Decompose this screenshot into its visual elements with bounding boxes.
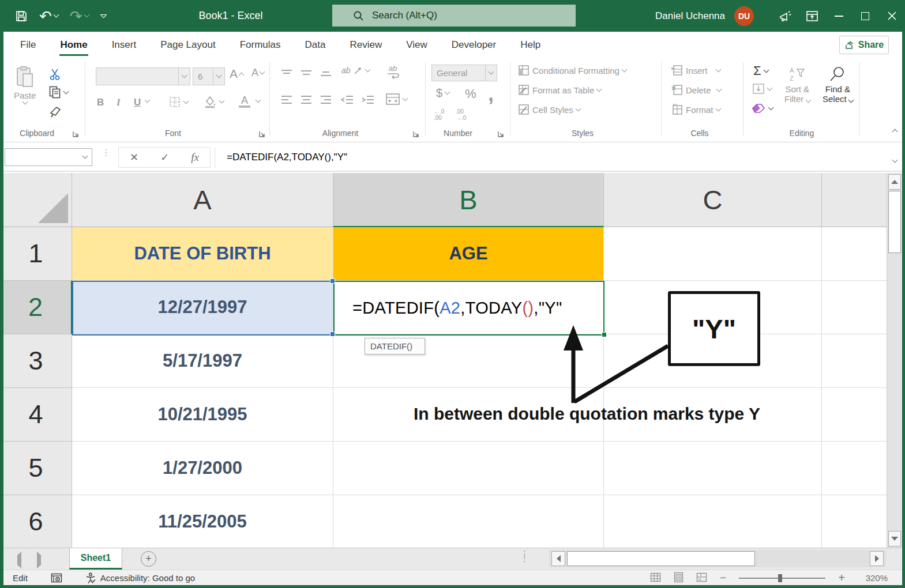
- format-painter-button[interactable]: [48, 105, 62, 119]
- fill-color-button[interactable]: [203, 95, 224, 108]
- next-sheet-button[interactable]: [37, 555, 41, 566]
- fill-button[interactable]: [752, 83, 772, 95]
- number-dialog-launcher[interactable]: [497, 130, 505, 138]
- font-name-combobox[interactable]: [96, 67, 190, 85]
- row-header-3[interactable]: 3: [0, 334, 72, 388]
- cell-D5[interactable]: [822, 442, 887, 495]
- clear-button[interactable]: [752, 103, 773, 114]
- zoom-slider[interactable]: [739, 578, 825, 579]
- cancel-entry-button[interactable]: ✕: [130, 151, 138, 164]
- increase-font-size-button[interactable]: A: [230, 67, 243, 81]
- column-header-A[interactable]: A: [72, 173, 333, 227]
- scroll-left-button[interactable]: [551, 551, 565, 566]
- collapse-ribbon-button[interactable]: [893, 126, 897, 136]
- alignment-dialog-launcher[interactable]: [412, 130, 420, 138]
- merge-center-button[interactable]: [385, 92, 407, 106]
- comma-style-button[interactable]: ,: [488, 82, 494, 106]
- scroll-down-button[interactable]: [888, 531, 901, 546]
- cell-D6[interactable]: [822, 495, 887, 548]
- accessibility-status[interactable]: Accessibility: Good to go: [85, 572, 195, 584]
- fill-handle[interactable]: [602, 332, 607, 337]
- macro-record-button[interactable]: [51, 573, 62, 583]
- new-sheet-button[interactable]: +: [141, 551, 156, 567]
- zoom-slider-thumb[interactable]: [778, 574, 782, 582]
- name-box[interactable]: [5, 148, 92, 166]
- italic-button[interactable]: I: [117, 97, 121, 108]
- page-break-preview-button[interactable]: [696, 572, 707, 584]
- row-header-5[interactable]: 5: [0, 442, 72, 495]
- wrap-text-button[interactable]: ab: [386, 65, 399, 79]
- tab-developer[interactable]: Developer: [440, 32, 509, 58]
- cell-D3[interactable]: [822, 334, 887, 388]
- formula-input[interactable]: =DATEDIF(A2,TODAY(),"Y": [215, 147, 882, 168]
- cell-C1[interactable]: [604, 227, 822, 281]
- user-name[interactable]: Daniel Uchenna: [655, 10, 725, 22]
- font-color-button[interactable]: A: [239, 95, 250, 108]
- column-header-partial[interactable]: [822, 173, 887, 227]
- cell-A4[interactable]: 10/21/1995: [72, 388, 333, 442]
- customize-qat-button[interactable]: [100, 14, 107, 17]
- cut-button[interactable]: [48, 68, 61, 81]
- decrease-font-size-button[interactable]: A: [251, 67, 264, 79]
- increase-decimal-button[interactable]: ←.0.00: [434, 108, 444, 121]
- expand-formula-bar-button[interactable]: [893, 154, 897, 164]
- font-size-combobox[interactable]: 6: [193, 67, 225, 85]
- column-header-C[interactable]: C: [604, 173, 822, 227]
- cell-C6[interactable]: [604, 495, 822, 548]
- column-header-B[interactable]: B: [333, 173, 604, 227]
- bold-button[interactable]: B: [97, 97, 104, 108]
- horizontal-scrollbar-thumb[interactable]: [567, 551, 755, 566]
- autosum-button[interactable]: Σ: [753, 63, 768, 78]
- decrease-indent-button[interactable]: [340, 95, 354, 105]
- font-dialog-launcher[interactable]: [258, 130, 266, 138]
- tab-data[interactable]: Data: [293, 32, 338, 58]
- maximize-button[interactable]: [852, 0, 878, 32]
- middle-align-button[interactable]: [300, 68, 313, 78]
- insert-cells-button[interactable]: Insert: [671, 65, 720, 76]
- previous-sheet-button[interactable]: [17, 555, 21, 566]
- cell-A6[interactable]: 11/25/2005: [72, 495, 333, 548]
- cell-A1[interactable]: DATE OF BIRTH: [72, 227, 333, 281]
- ribbon-display-options-button[interactable]: [799, 0, 825, 32]
- row-header-4[interactable]: 4: [0, 388, 72, 442]
- orientation-button[interactable]: ab: [341, 66, 370, 75]
- tab-view[interactable]: View: [394, 32, 440, 58]
- page-layout-view-button[interactable]: [674, 572, 684, 585]
- tab-home[interactable]: Home: [48, 32, 99, 58]
- share-button[interactable]: Share: [839, 36, 889, 54]
- cell-C5[interactable]: [604, 442, 822, 495]
- tab-formulas[interactable]: Formulas: [228, 32, 293, 58]
- row-header-2[interactable]: 2: [0, 281, 72, 334]
- underline-button[interactable]: U: [134, 97, 141, 108]
- save-button[interactable]: [15, 10, 28, 22]
- row-header-6[interactable]: 6: [0, 495, 72, 548]
- close-button[interactable]: [878, 0, 905, 32]
- horizontal-scrollbar[interactable]: [549, 550, 886, 567]
- conditional-formatting-button[interactable]: Conditional Formatting: [518, 65, 626, 76]
- clipboard-dialog-launcher[interactable]: [72, 130, 80, 138]
- selection-handle[interactable]: [330, 331, 335, 337]
- enter-entry-button[interactable]: ✓: [160, 151, 169, 164]
- zoom-level[interactable]: 320%: [858, 573, 888, 583]
- top-align-button[interactable]: [280, 69, 293, 78]
- zoom-out-button[interactable]: −: [720, 571, 727, 585]
- bottom-align-button[interactable]: [320, 68, 332, 78]
- tab-help[interactable]: Help: [508, 32, 553, 58]
- tab-file[interactable]: File: [8, 32, 48, 58]
- avatar[interactable]: DU: [734, 6, 754, 26]
- number-format-combobox[interactable]: General: [431, 65, 497, 81]
- underline-dropdown[interactable]: [145, 100, 149, 102]
- find-select-button[interactable]: Find &Select: [823, 66, 853, 104]
- search-box[interactable]: Search (Alt+Q): [332, 5, 576, 27]
- cell-A2[interactable]: 12/27/1997: [72, 281, 333, 334]
- coming-soon-button[interactable]: [772, 0, 799, 32]
- format-as-table-button[interactable]: Format as Table: [518, 84, 601, 96]
- redo-button[interactable]: ↷: [70, 9, 89, 24]
- cell-A5[interactable]: 1/27/2000: [72, 442, 333, 495]
- cell-B5[interactable]: [333, 442, 604, 495]
- increase-indent-button[interactable]: [361, 95, 375, 105]
- scroll-up-button[interactable]: [888, 174, 901, 190]
- align-center-button[interactable]: [300, 95, 313, 105]
- borders-button[interactable]: [168, 96, 188, 108]
- tab-insert[interactable]: Insert: [100, 32, 149, 58]
